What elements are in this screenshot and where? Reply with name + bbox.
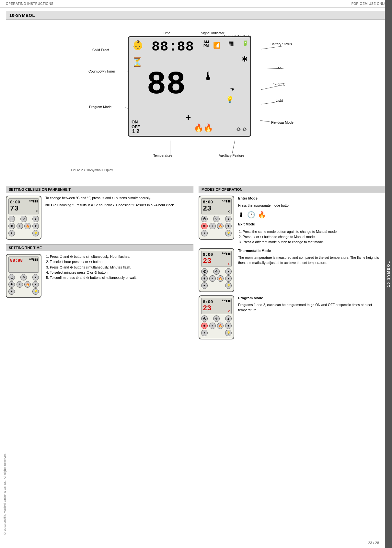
light-btn[interactable]: 💡 [32, 230, 39, 236]
figure-caption: Figure 23: 10-symbol Display [71, 168, 379, 172]
svg-line-4 [261, 46, 283, 49]
plus-icon: + [186, 112, 191, 123]
random-icon: ☼☼ [236, 125, 248, 132]
page-header: OPERATING INSTRUCTIONS FOR OEM USE ONLY [0, 0, 392, 8]
t-flame-btn[interactable]: 🔥 [24, 281, 31, 288]
prog-btn[interactable]: + [17, 223, 23, 229]
power-btn[interactable]: ⏻ [8, 216, 15, 222]
e-fan-btn[interactable]: ✱ [201, 223, 208, 229]
e-sensor-btn[interactable]: ✦ [201, 230, 208, 236]
e-down-btn[interactable]: ▼ [225, 223, 232, 229]
enter-battery: ▮▮▮ [226, 200, 231, 203]
up-btn[interactable]: ▲ [32, 216, 39, 222]
time-btn-row1: ⏻ ⚙ ▲ [8, 274, 39, 280]
th-mode-btn[interactable]: ⚙ [213, 268, 220, 275]
program-mode-text: Program Mode Programs 1 and 2, each can … [238, 295, 386, 315]
thermometer-icon: 🌡 [203, 70, 214, 83]
th-power-btn[interactable]: ⏻ [201, 268, 208, 275]
celsius-content: 8:00 AM ▮▮▮ 73 F ⏻ ⚙ ▲ [6, 196, 193, 240]
prog-btn-row3: ✦ 💡 [201, 330, 232, 336]
p-fan-btn[interactable]: ✱ [201, 323, 208, 329]
header-right: FOR OEM USE ONLY [352, 2, 386, 6]
th-light-btn[interactable]: 💡 [225, 282, 232, 289]
fan-icon: ✱ [242, 55, 248, 63]
exit-mode-title: Exit Mode [238, 222, 386, 227]
thermo-unit: C [228, 262, 231, 266]
on-off-display: ONOFF [132, 120, 140, 129]
ampm-display: AMPM [203, 40, 209, 48]
e-power-btn[interactable]: ⏻ [201, 216, 208, 222]
t-fan-btn[interactable]: ✱ [8, 281, 15, 288]
time-display: 88:88 [152, 39, 194, 55]
prog-time: 8:00 [203, 300, 213, 304]
p-sensor-btn[interactable]: ✦ [201, 330, 208, 336]
celsius-time: 8:00 [10, 200, 20, 205]
time-step-4: To select minutes press ⊙ or ⊙ button. [50, 270, 193, 275]
thermo-am: AM [222, 252, 225, 254]
p-prog-btn[interactable]: + [209, 323, 216, 329]
sensor-btn[interactable]: ✦ [8, 230, 15, 236]
celsius-device: 8:00 AM ▮▮▮ 73 F ⏻ ⚙ ▲ [6, 196, 41, 240]
th-sensor-btn[interactable]: ✦ [201, 282, 208, 289]
th-flame-btn[interactable]: 🔥 [217, 275, 224, 282]
p-flame-btn[interactable]: 🔥 [217, 323, 224, 329]
flame-btn[interactable]: 🔥 [24, 223, 31, 229]
th-prog-btn[interactable]: + [209, 275, 216, 282]
th-fan-btn[interactable]: ✱ [201, 275, 208, 282]
fan-btn[interactable]: ✱ [8, 223, 15, 229]
two-column-layout: SETTING CELSIUS OR FAHRENHEIT 8:00 AM ▮▮… [6, 186, 386, 344]
time-step-1: Press ⊙ and ⊙ buttons simultaneously. Ho… [50, 254, 193, 259]
celsius-battery: ▮▮▮ [33, 200, 38, 203]
thermo-btn-row2: ✱ + 🔥 ▼ [201, 275, 232, 282]
t-up-btn[interactable]: ▲ [32, 274, 39, 280]
enter-screen: 8:00 AM ▮▮▮ 23 C [201, 198, 232, 214]
light-icon: 💡 [226, 96, 234, 103]
celsius-am: AM [29, 200, 33, 202]
time-content: 88:88 AM ▮▮▮ ⏻ ⚙ ▲ ✱ + 🔥 [6, 254, 193, 298]
p-light-btn[interactable]: 💡 [225, 330, 232, 336]
thermo-btn-row3: ✦ 💡 [201, 282, 232, 289]
e-prog-btn[interactable]: + [209, 223, 216, 229]
e-mode-btn[interactable]: ⚙ [213, 216, 220, 222]
label-light: Light [276, 98, 283, 102]
program-screen: 8:00 AM ▮▮▮ 23 C [201, 298, 232, 314]
enter-btn-row3: ✦ 💡 [201, 230, 232, 236]
program-mode-title: Program Mode [238, 295, 386, 301]
t-power-btn[interactable]: ⏻ [8, 274, 15, 280]
e-flame-btn[interactable]: 🔥 [217, 223, 224, 229]
timer-icon: ⏳ [132, 57, 143, 67]
e-up-btn[interactable]: ▲ [225, 216, 232, 222]
down-btn[interactable]: ▼ [32, 223, 39, 229]
t-down-btn[interactable]: ▼ [32, 281, 39, 288]
p-power-btn[interactable]: ⏻ [201, 315, 208, 322]
thermo-mode-block: 8:00 AM ▮▮▮ 23 C ⏻ ⚙ ▲ [199, 248, 386, 292]
thermo-battery: ▮▮▮ [226, 252, 231, 255]
t-sensor-btn[interactable]: ✦ [8, 288, 15, 295]
section-title: 10-SYMBOL [6, 11, 386, 20]
exit-step-1: Press the same mode button again to chan… [243, 229, 386, 234]
enter-mode-block: 8:00 AM ▮▮▮ 23 C ⏻ ⚙ ▲ [199, 196, 386, 245]
celsius-temp: 73 [10, 205, 18, 213]
e-light-btn[interactable]: 💡 [225, 230, 232, 236]
celsius-btn-row1: ⏻ ⚙ ▲ [8, 216, 39, 222]
p-down-btn[interactable]: ▼ [225, 323, 232, 329]
label-program-mode: Program Mode [89, 105, 111, 109]
symbol-diagram: Child Proof Time Signal Indicator Thermo… [6, 23, 386, 183]
p-mode-btn[interactable]: ⚙ [213, 315, 220, 322]
prog-btn-row2: ✱ + 🔥 ▼ [201, 323, 232, 329]
mode-btn[interactable]: ⚙ [20, 216, 27, 222]
t-prog-btn[interactable]: + [17, 281, 23, 288]
enter-mode-device: 8:00 AM ▮▮▮ 23 C ⏻ ⚙ ▲ [199, 196, 234, 240]
time-step-3: Press ⊙ and ⊙ buttons simultaneously. Mi… [50, 265, 193, 270]
celsius-screen: 8:00 AM ▮▮▮ 73 F [8, 198, 39, 214]
t-mode-btn[interactable]: ⚙ [20, 274, 27, 280]
th-up-btn[interactable]: ▲ [225, 268, 232, 275]
thermostat-icon: ▦ [228, 40, 234, 47]
flame-icon: 🔥🔥 [194, 123, 213, 132]
mode-thermo-icon: 🌡 [238, 210, 245, 220]
p-up-btn[interactable]: ▲ [225, 315, 232, 322]
th-down-btn[interactable]: ▼ [225, 275, 232, 282]
t-light-btn[interactable]: 💡 [32, 288, 39, 295]
celsius-btn-row3: ✦ 💡 [8, 230, 39, 236]
prog-unit: C [228, 310, 231, 313]
